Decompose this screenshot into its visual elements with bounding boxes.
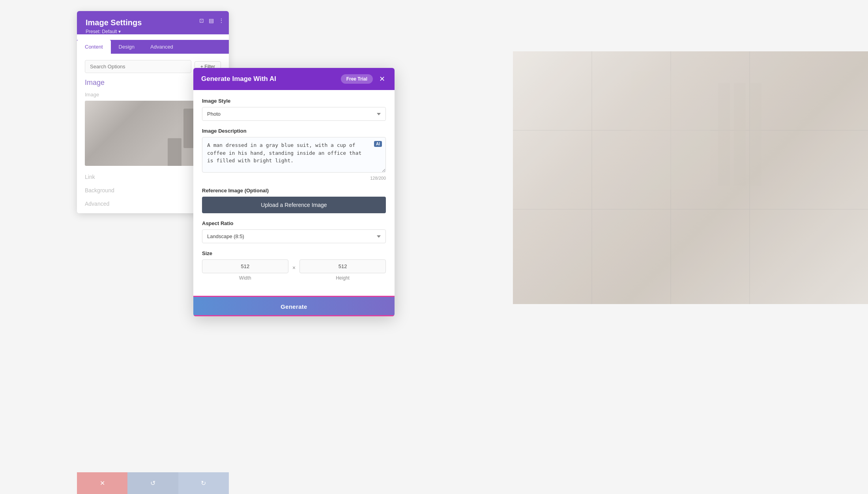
char-count: 128/200 — [202, 176, 386, 180]
free-trial-badge: Free Trial — [341, 74, 373, 84]
svg-rect-8 — [750, 83, 761, 186]
height-input[interactable] — [299, 259, 386, 273]
tab-advanced[interactable]: Advanced — [142, 40, 181, 54]
size-row: Width × Height — [202, 259, 386, 281]
undo-icon: ↺ — [150, 479, 155, 487]
modal-body: Image Style Photo Illustration Painting … — [193, 90, 395, 296]
cancel-button[interactable]: ✕ — [77, 472, 127, 494]
reference-image-label: Reference Image (Optional) — [202, 188, 386, 193]
tab-content[interactable]: Content — [77, 40, 111, 54]
modal-header: Generate Image With AI Free Trial ✕ — [193, 68, 395, 90]
image-style-label: Image Style — [202, 98, 386, 104]
tab-design[interactable]: Design — [111, 40, 142, 54]
generate-image-modal: Generate Image With AI Free Trial ✕ Imag… — [193, 68, 395, 316]
bottom-action-bar: ✕ ↺ ↻ — [77, 472, 229, 494]
svg-rect-7 — [734, 83, 746, 186]
search-input[interactable] — [85, 60, 191, 73]
generate-button-wrapper: Generate — [193, 296, 395, 316]
size-label: Size — [202, 250, 386, 256]
width-label: Width — [239, 275, 251, 281]
image-description-label: Image Description — [202, 128, 386, 134]
aspect-ratio-label: Aspect Ratio — [202, 220, 386, 226]
image-style-select[interactable]: Photo Illustration Painting 3D Render Sk… — [202, 107, 386, 121]
redo-button[interactable]: ↻ — [178, 472, 229, 494]
size-section: Size Width × Height — [202, 250, 386, 281]
modal-title: Generate Image With AI — [201, 75, 341, 83]
width-input-group: Width — [202, 259, 288, 281]
aspect-ratio-section: Aspect Ratio Landscape (8:5) Portrait (5… — [202, 220, 386, 243]
background-page: Image Settings Preset: Default ▾ ⊡ ▤ ⋮ C… — [0, 0, 868, 494]
image-style-section: Image Style Photo Illustration Painting … — [202, 98, 386, 121]
redo-icon: ↻ — [201, 479, 206, 487]
cancel-icon: ✕ — [100, 479, 105, 487]
panel-icon-layout[interactable]: ▤ — [209, 17, 214, 24]
height-label: Height — [336, 275, 350, 281]
height-input-group: Height — [299, 259, 386, 281]
panel-tabs: Content Design Advanced — [77, 40, 229, 54]
panel-icon-more[interactable]: ⋮ — [219, 17, 224, 24]
background-image-area — [513, 51, 868, 304]
modal-close-button[interactable]: ✕ — [378, 75, 387, 83]
generate-button[interactable]: Generate — [193, 296, 395, 316]
reference-image-section: Reference Image (Optional) Upload a Refe… — [202, 188, 386, 213]
image-description-section: Image Description A man dressed in a gra… — [202, 128, 386, 180]
width-input[interactable] — [202, 259, 288, 273]
upload-reference-image-button[interactable]: Upload a Reference Image — [202, 197, 386, 213]
panel-header: Image Settings Preset: Default ▾ ⊡ ▤ ⋮ — [77, 11, 229, 34]
undo-button[interactable]: ↺ — [127, 472, 178, 494]
size-x-separator: × — [292, 265, 296, 271]
textarea-wrapper: A man dressed in a gray blue suit, with … — [202, 137, 386, 174]
aspect-ratio-select[interactable]: Landscape (8:5) Portrait (5:8) Square (1… — [202, 229, 386, 243]
ai-badge: AI — [374, 141, 382, 147]
image-description-textarea[interactable]: A man dressed in a gray blue suit, with … — [202, 137, 386, 173]
svg-rect-5 — [631, 71, 710, 190]
panel-icon-expand[interactable]: ⊡ — [199, 17, 204, 24]
panel-preset: Preset: Default ▾ — [86, 29, 220, 34]
svg-rect-6 — [718, 83, 730, 186]
modal-footer: Generate — [193, 296, 395, 316]
